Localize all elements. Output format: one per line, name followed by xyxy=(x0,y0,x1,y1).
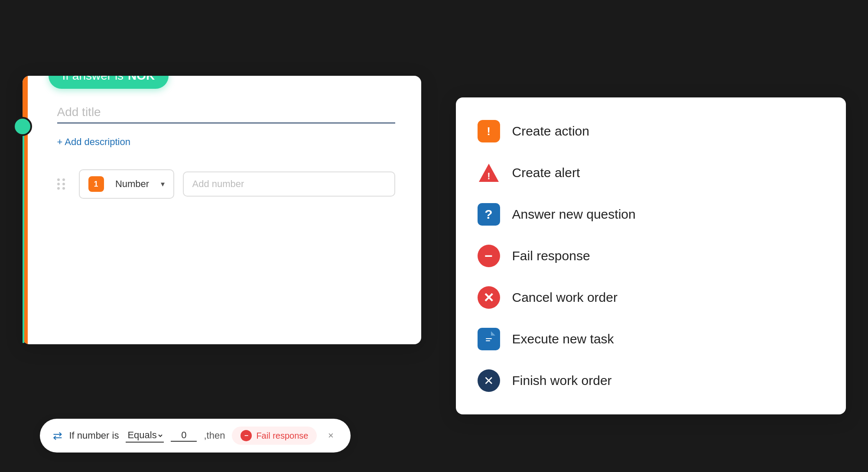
execute-task-icon xyxy=(478,328,500,350)
nok-badge-prefix: If answer is xyxy=(62,76,124,83)
green-dot xyxy=(13,117,32,136)
condition-if-label: If number is xyxy=(69,430,119,441)
add-description-label: + Add description xyxy=(57,136,130,148)
number-type-button[interactable]: 1 Number ▾ xyxy=(79,169,174,199)
drag-dot xyxy=(62,178,65,181)
drag-dot xyxy=(62,183,65,185)
create-action-icon: ! xyxy=(478,120,500,142)
condition-value-input[interactable] xyxy=(171,430,197,442)
svg-text:!: ! xyxy=(487,171,490,181)
menu-item-create-alert[interactable]: ! Create alert xyxy=(456,152,846,194)
close-condition-button[interactable]: × xyxy=(324,429,338,443)
svg-rect-3 xyxy=(486,340,490,341)
number-badge: 1 xyxy=(88,176,104,192)
menu-item-label-cancel-order: Cancel work order xyxy=(512,290,618,305)
fail-response-label: Fail response xyxy=(256,431,308,441)
menu-item-create-action[interactable]: ! Create action xyxy=(456,110,846,152)
menu-item-label-fail-response: Fail response xyxy=(512,249,590,263)
cancel-order-icon: ✕ xyxy=(478,286,500,309)
drag-dot xyxy=(57,178,60,181)
menu-item-label-execute-task: Execute new task xyxy=(512,332,614,346)
green-vertical-line xyxy=(23,126,24,343)
answer-question-icon: ? xyxy=(478,203,500,226)
finish-order-icon: ✕ xyxy=(478,369,500,392)
number-field-row: 1 Number ▾ xyxy=(57,169,395,199)
add-number-input[interactable] xyxy=(183,171,395,197)
action-menu: ! Create action ! Create alert ? Answer … xyxy=(456,97,846,414)
title-input-wrapper xyxy=(57,102,395,123)
create-alert-icon: ! xyxy=(478,162,500,184)
condition-bar: ⇄ If number is Equals ,then − Fail respo… xyxy=(40,419,351,453)
add-description-button[interactable]: + Add description xyxy=(57,136,395,148)
drag-dot xyxy=(62,187,65,190)
nok-badge-value: NOK xyxy=(128,76,155,83)
number-label: Number xyxy=(109,178,156,190)
menu-item-answer-question[interactable]: ? Answer new question xyxy=(456,194,846,235)
drag-dot xyxy=(57,183,60,185)
nok-badge: If answer is NOK xyxy=(49,76,169,89)
svg-rect-2 xyxy=(486,338,492,339)
menu-item-label-answer-question: Answer new question xyxy=(512,207,636,222)
menu-item-label-create-action: Create action xyxy=(512,124,589,139)
fail-response-badge: − Fail response xyxy=(232,427,317,445)
menu-item-finish-order[interactable]: ✕ Finish work order xyxy=(456,360,846,401)
menu-item-fail-response[interactable]: − Fail response xyxy=(456,235,846,277)
form-card: If answer is NOK + Add description xyxy=(23,76,421,344)
then-label: ,then xyxy=(204,430,225,441)
fail-response-icon: − xyxy=(241,430,252,441)
drag-dot xyxy=(57,187,60,190)
menu-item-label-create-alert: Create alert xyxy=(512,165,580,180)
equals-select[interactable]: Equals xyxy=(126,429,164,443)
title-input[interactable] xyxy=(57,102,395,123)
fail-response-menu-icon: − xyxy=(478,245,500,267)
chevron-down-icon: ▾ xyxy=(161,179,165,189)
menu-item-label-finish-order: Finish work order xyxy=(512,373,612,388)
branch-icon: ⇄ xyxy=(53,429,62,443)
drag-handle[interactable] xyxy=(57,178,66,190)
menu-item-cancel-order[interactable]: ✕ Cancel work order xyxy=(456,277,846,318)
menu-item-execute-task[interactable]: Execute new task xyxy=(456,318,846,360)
